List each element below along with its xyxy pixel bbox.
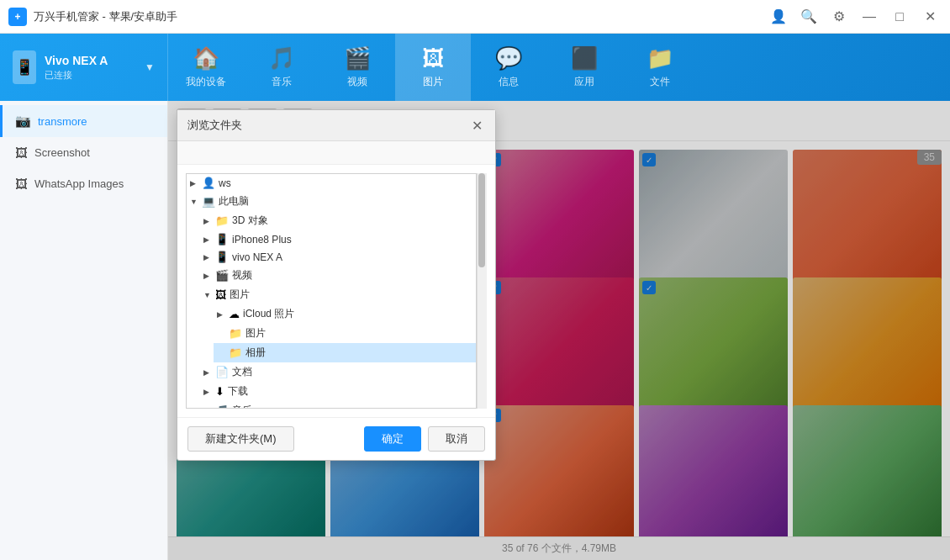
nav-items: 🏠 我的设备🎵 音乐🎬 视频🖼 图片💬 信息⬛ 应用📁 文件: [168, 34, 950, 101]
tree-icon-0: 👤: [202, 177, 215, 189]
tree-node-12[interactable]: ▶ 🎵 音乐: [200, 401, 476, 409]
nav-item-photo[interactable]: 🖼 图片: [395, 34, 471, 101]
tree-label-2: 3D 对象: [232, 214, 268, 228]
tree-label-6: 图片: [230, 288, 250, 302]
my-device-nav-icon: 🏠: [193, 45, 219, 71]
tree-icon-12: 🎵: [215, 404, 229, 409]
sidebar: 📷 transmore🖼 Screenshot🖼 WhatsApp Images: [0, 101, 168, 560]
tree-icon-7: ☁: [229, 308, 240, 320]
tree-icon-4: 📱: [215, 251, 229, 263]
app-title: 万兴手机管家 - 苹果/安卓助手: [34, 9, 767, 24]
nav-item-files[interactable]: 📁 文件: [622, 34, 698, 101]
tree-icon-6: 🖼: [215, 288, 226, 301]
tree-arrow-1: ▼: [190, 198, 202, 206]
tree-node-10[interactable]: ▶ 📄 文档: [200, 362, 476, 382]
tree-label-4: vivo NEX A: [232, 251, 282, 263]
settings-icon[interactable]: ⚙: [827, 5, 851, 29]
sidebar-icon-1: 🖼: [15, 145, 28, 160]
tree-icon-1: 💻: [202, 195, 215, 208]
tree-node-11[interactable]: ▶ ⬇ 下载: [200, 382, 476, 401]
sidebar-icon-0: 📷: [15, 114, 31, 129]
tree-icon-5: 🎬: [215, 269, 229, 282]
tree-label-5: 视频: [232, 268, 252, 283]
minimize-button[interactable]: —: [858, 5, 881, 29]
device-selector[interactable]: 📱 Vivo NEX A 已连接 ▼: [0, 34, 168, 101]
photo-nav-icon: 🖼: [422, 45, 444, 71]
tree-node-2[interactable]: ▶ 📁 3D 对象: [200, 211, 476, 230]
video-nav-icon: 🎬: [344, 45, 371, 71]
tree-label-3: iPhone8 Plus: [232, 234, 292, 246]
tree-icon-8: 📁: [229, 327, 242, 340]
window-controls: 👤 🔍 ⚙ — □ ✕: [767, 5, 942, 29]
sidebar-item-1[interactable]: 🖼 Screenshot: [0, 137, 167, 168]
sidebar-label-2: WhatsApp Images: [34, 177, 124, 190]
tree-node-1[interactable]: ▼ 💻 此电脑: [187, 192, 476, 211]
files-nav-label: 文件: [650, 75, 670, 89]
device-status: 已连接: [45, 69, 145, 82]
tree-node-3[interactable]: ▶ 📱 iPhone8 Plus: [200, 230, 476, 248]
tree-label-0: ws: [219, 177, 231, 189]
dialog-body: ▶ 👤 ws▼ 💻 此电脑▶ 📁 3D 对象▶ 📱 iPhone8 Plus▶ …: [177, 165, 495, 417]
tree-arrow-0: ▶: [190, 179, 202, 188]
dialog-close-button[interactable]: ✕: [468, 117, 485, 134]
dialog-title: 浏览文件夹: [187, 118, 242, 133]
tree-node-5[interactable]: ▶ 🎬 视频: [200, 266, 476, 285]
close-button[interactable]: ✕: [918, 5, 942, 29]
nav-item-message[interactable]: 💬 信息: [471, 34, 546, 101]
dialog-overlay: 浏览文件夹 ✕ ▶ 👤 ws▼ 💻 此电脑▶ 📁 3D 对象▶ 📱 iPhone…: [168, 101, 950, 560]
tree-label-8: 图片: [245, 326, 266, 341]
dialog-path-bar: [177, 141, 495, 165]
tree-arrow-5: ▶: [203, 272, 215, 280]
photo-nav-label: 图片: [423, 75, 443, 89]
user-icon[interactable]: 👤: [767, 5, 790, 29]
files-nav-icon: 📁: [647, 45, 673, 71]
my-device-nav-label: 我的设备: [186, 75, 226, 89]
scrollbar-thumb: [478, 173, 485, 267]
nav-item-video[interactable]: 🎬 视频: [319, 34, 395, 101]
cancel-button[interactable]: 取消: [428, 426, 485, 452]
tree-arrow-12: ▶: [203, 407, 215, 409]
tree-label-11: 下载: [228, 384, 248, 399]
dialog-header: 浏览文件夹 ✕: [177, 110, 495, 141]
folder-tree[interactable]: ▶ 👤 ws▼ 💻 此电脑▶ 📁 3D 对象▶ 📱 iPhone8 Plus▶ …: [186, 173, 477, 409]
device-name: Vivo NEX A: [45, 54, 145, 67]
tree-label-9: 相册: [245, 346, 266, 360]
tree-label-1: 此电脑: [219, 194, 249, 209]
tree-node-6[interactable]: ▼ 🖼 图片: [200, 285, 476, 304]
sidebar-icon-2: 🖼: [15, 177, 28, 191]
content-area: ⬆📥🗑🔄 ✓✓✓✓✓✓✓✓35 35 of 76 个文件，4.79MB 浏览文件…: [168, 101, 950, 560]
tree-node-7[interactable]: ▶ ☁ iCloud 照片: [214, 304, 476, 324]
tree-node-8[interactable]: 📁 图片: [214, 324, 476, 343]
nav-item-my-device[interactable]: 🏠 我的设备: [168, 34, 244, 101]
dialog-footer: 新建文件夹(M) 确定 取消: [177, 417, 495, 460]
scrollbar[interactable]: [477, 173, 487, 409]
tree-label-10: 文档: [232, 365, 252, 379]
sidebar-item-2[interactable]: 🖼 WhatsApp Images: [0, 168, 167, 199]
device-dropdown-arrow: ▼: [145, 61, 155, 73]
apps-nav-label: 应用: [574, 75, 594, 89]
device-icon: 📱: [13, 50, 36, 84]
tree-arrow-10: ▶: [203, 368, 215, 377]
message-nav-label: 信息: [499, 75, 519, 89]
browse-folder-dialog: 浏览文件夹 ✕ ▶ 👤 ws▼ 💻 此电脑▶ 📁 3D 对象▶ 📱 iPhone…: [177, 109, 496, 461]
new-folder-button[interactable]: 新建文件夹(M): [187, 426, 294, 452]
tree-node-4[interactable]: ▶ 📱 vivo NEX A: [200, 248, 476, 266]
search-icon[interactable]: 🔍: [797, 5, 821, 29]
tree-icon-3: 📱: [215, 233, 229, 246]
maximize-button[interactable]: □: [888, 5, 911, 29]
music-nav-label: 音乐: [272, 75, 292, 89]
tree-arrow-3: ▶: [203, 235, 215, 244]
tree-node-9[interactable]: 📁 相册: [214, 343, 476, 362]
nav-item-apps[interactable]: ⬛ 应用: [546, 34, 622, 101]
music-nav-icon: 🎵: [268, 45, 295, 71]
tree-label-12: 音乐: [232, 404, 252, 409]
ok-button[interactable]: 确定: [364, 426, 421, 452]
device-info: Vivo NEX A 已连接: [45, 54, 145, 82]
nav-item-music[interactable]: 🎵 音乐: [244, 34, 319, 101]
sidebar-label-0: transmore: [38, 115, 87, 128]
tree-icon-9: 📁: [229, 346, 242, 359]
sidebar-item-0[interactable]: 📷 transmore: [0, 105, 167, 137]
tree-icon-2: 📁: [215, 214, 229, 227]
tree-node-0[interactable]: ▶ 👤 ws: [187, 174, 476, 192]
main-layout: 📷 transmore🖼 Screenshot🖼 WhatsApp Images…: [0, 101, 950, 560]
